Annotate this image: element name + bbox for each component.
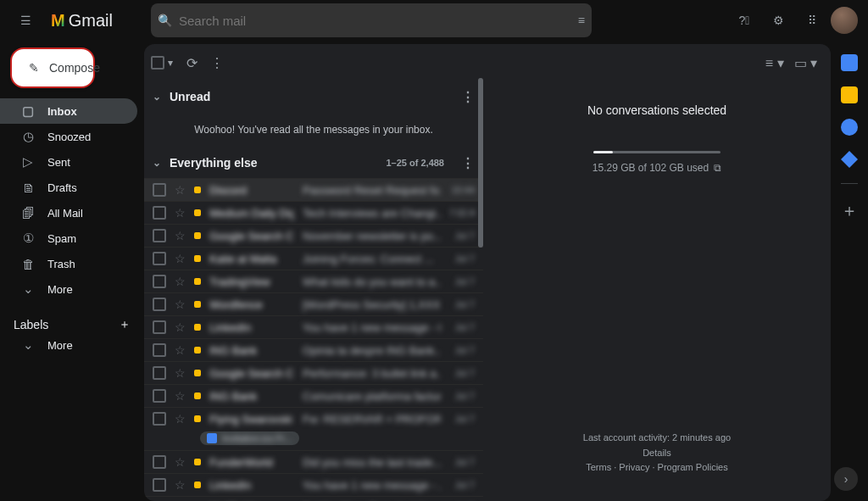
main-menu-icon[interactable]: ☰ (10, 5, 41, 36)
density-icon[interactable]: ≡ ▾ (765, 55, 784, 71)
sidebar-item-all-mail[interactable]: 🗐All Mail (0, 200, 137, 225)
sidebar-item-more[interactable]: ⌄More (0, 276, 137, 302)
mail-row[interactable]: ☆Katie at MaltaJoining Forces: Connect .… (144, 247, 483, 270)
date: Jul 7 (449, 322, 475, 332)
sidebar-item-snoozed[interactable]: ◷Snoozed (0, 124, 137, 149)
add-label-icon[interactable]: ＋ (119, 317, 131, 332)
row-checkbox[interactable] (153, 389, 166, 403)
star-icon[interactable]: ☆ (175, 252, 186, 265)
mail-row[interactable]: ☆DiscordPassword Reset Request fo...10:4… (144, 178, 483, 201)
row-checkbox[interactable] (153, 412, 166, 426)
subject: Did you miss the last trade... (303, 456, 441, 469)
label-chip (194, 278, 201, 285)
row-checkbox[interactable] (153, 298, 166, 311)
sender: LinkedIn (209, 321, 294, 334)
mail-row[interactable]: ☆Flying SwarovskiFw: RESERVAR + PROFORMA… (144, 407, 483, 430)
label-chip (194, 347, 201, 353)
refresh-icon[interactable]: ⟳ (176, 47, 207, 78)
label-chip (194, 209, 201, 216)
sender: Medium Daily Digest (209, 207, 294, 220)
star-icon[interactable]: ☆ (175, 455, 186, 469)
unread-section-header[interactable]: ⌄ Unread ⋮ (144, 81, 483, 112)
star-icon[interactable]: ☆ (175, 298, 186, 311)
mail-row[interactable]: ☆Medium Daily DigestTech Interviews are … (144, 201, 483, 224)
sidebar-item-inbox[interactable]: ▢Inbox (0, 98, 137, 124)
more-actions-icon[interactable]: ⋮ (210, 55, 224, 71)
star-icon[interactable]: ☆ (175, 229, 186, 242)
star-icon[interactable]: ☆ (175, 478, 186, 492)
mail-row[interactable]: ☆Google Search Cons...November newslette… (144, 224, 483, 247)
tasks-icon[interactable] (841, 119, 858, 136)
date: Jul 7 (449, 276, 475, 287)
mail-row[interactable]: ☆Google Search Cons...Performance: 3 bul… (144, 361, 483, 384)
help-icon[interactable]: ?⃝ (729, 5, 760, 36)
date: Jul 7 (449, 231, 475, 241)
label-chip (194, 255, 201, 262)
row-checkbox[interactable] (153, 366, 166, 380)
star-icon[interactable]: ☆ (175, 389, 186, 403)
mail-row[interactable]: ☆LinkedInYou have 1 new message - ...Jul… (144, 473, 483, 496)
subject: [WordPress Security] 1,XXX... (303, 298, 441, 311)
side-panel-toggle-icon[interactable]: › (834, 467, 858, 491)
sidebar-item-sent[interactable]: ▷Sent (0, 149, 137, 175)
apps-grid-icon[interactable]: ⠿ (797, 5, 827, 36)
star-icon[interactable]: ☆ (175, 343, 186, 357)
labels-more[interactable]: ⌄ More (0, 332, 137, 358)
keep-icon[interactable] (841, 86, 858, 103)
unread-menu-icon[interactable]: ⋮ (461, 89, 475, 105)
mail-row[interactable]: ☆LinkedInYou have 1 new message - C...Ju… (144, 315, 483, 338)
search-input[interactable] (179, 14, 571, 28)
mail-row[interactable]: ☆FunderWorldDid you miss the last trade.… (144, 450, 483, 473)
compose-button[interactable]: ✎ Compose (10, 47, 95, 88)
mail-row[interactable]: ☆MailPublireBubble Wrap Reinvited they..… (144, 496, 483, 501)
account-avatar[interactable] (831, 7, 858, 34)
page-range: 1–25 of 2,488 (387, 158, 445, 168)
star-icon[interactable]: ☆ (175, 206, 186, 220)
search-bar[interactable]: 🔍 ≡ (151, 3, 592, 37)
mail-row[interactable]: ☆ING BankComunicare platforma factur...J… (144, 384, 483, 407)
mail-row[interactable]: ☆ING BankOpinia ta despre ING Bank...Jul… (144, 338, 483, 361)
row-checkbox[interactable] (153, 206, 166, 220)
sender: Katie at Malta (209, 253, 294, 265)
row-checkbox[interactable] (153, 229, 166, 242)
select-dropdown-icon[interactable]: ▾ (168, 57, 173, 69)
attachment-chip[interactable]: Invitation.ics Fr... (200, 431, 299, 445)
gmail-logo[interactable]: M Gmail (51, 11, 144, 31)
star-icon[interactable]: ☆ (175, 366, 186, 380)
sidebar-item-spam[interactable]: ①Spam (0, 225, 137, 251)
subject: November newsletter is po... (303, 230, 441, 242)
date: Jul 7 (449, 345, 475, 355)
split-icon[interactable]: ▭ ▾ (794, 55, 817, 71)
pencil-icon: ✎ (29, 61, 39, 75)
row-checkbox[interactable] (153, 320, 166, 334)
mail-list-pane: ▾ ⟳ ⋮ ⌄ Unread ⋮ Woohoo! You've read all… (144, 44, 483, 501)
select-all-checkbox[interactable] (151, 56, 164, 70)
row-checkbox[interactable] (153, 275, 166, 288)
storage-text: 15.29 GB of 102 GB used (593, 162, 709, 174)
star-icon[interactable]: ☆ (175, 412, 186, 426)
sidebar-item-drafts[interactable]: 🗎Drafts (0, 175, 137, 200)
label-chip (194, 324, 201, 331)
unread-empty-message: Woohoo! You've read all the messages in … (144, 112, 483, 148)
star-icon[interactable]: ☆ (175, 183, 186, 197)
mail-row[interactable]: ☆Wordfence[WordPress Security] 1,XXX...J… (144, 292, 483, 315)
details-link[interactable]: Details (643, 448, 671, 458)
row-checkbox[interactable] (153, 252, 166, 265)
mail-row[interactable]: ☆TradingViewWhat kids do you want to a..… (144, 270, 483, 292)
row-checkbox[interactable] (153, 343, 166, 357)
row-checkbox[interactable] (153, 183, 166, 197)
star-icon[interactable]: ☆ (175, 275, 186, 288)
open-storage-icon[interactable]: ⧉ (714, 162, 721, 174)
row-checkbox[interactable] (153, 478, 166, 492)
search-options-icon[interactable]: ≡ (578, 14, 585, 27)
contacts-icon[interactable] (841, 151, 858, 168)
add-app-icon[interactable]: ＋ (841, 199, 858, 222)
sidebar-item-trash[interactable]: 🗑Trash (0, 251, 137, 276)
star-icon[interactable]: ☆ (175, 320, 186, 334)
everything-section-header[interactable]: ⌄ Everything else 1–25 of 2,488 ⋮ (144, 148, 483, 178)
footer-links[interactable]: Terms · Privacy · Program Policies (583, 460, 731, 476)
everything-menu-icon[interactable]: ⋮ (461, 155, 475, 171)
calendar-icon[interactable] (841, 54, 858, 71)
settings-gear-icon[interactable]: ⚙ (763, 5, 793, 36)
row-checkbox[interactable] (153, 455, 166, 469)
